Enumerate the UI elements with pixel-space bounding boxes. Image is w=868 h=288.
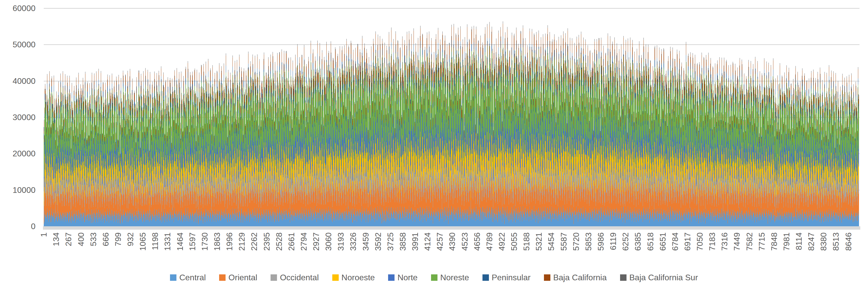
x-axis-tick-label: 3060	[324, 232, 333, 251]
x-axis-tick-label: 8114	[795, 232, 803, 250]
x-axis-tick-label: 3858	[398, 232, 407, 251]
legend-swatch-icon	[271, 275, 277, 281]
stacked-area-series	[44, 8, 859, 226]
x-axis-tick-label: 7715	[757, 232, 766, 251]
x-axis-tick-label: 6651	[658, 232, 667, 251]
legend-label: Norte	[397, 273, 417, 282]
y-axis-tick-label: 10000	[0, 186, 35, 194]
legend-item: Peninsular	[483, 273, 531, 282]
x-axis-tick-label: 8513	[832, 232, 840, 251]
x-axis-tick-label: 5587	[559, 232, 568, 251]
x-axis-tick-label: 2262	[250, 232, 258, 251]
x-axis-tick-label: 1730	[200, 232, 209, 251]
x-axis-tick-label: 4789	[485, 232, 494, 251]
legend-item: Oriental	[219, 273, 257, 282]
x-axis-tick-label: 4922	[497, 232, 506, 251]
x-axis-tick-label: 1065	[138, 232, 147, 251]
x-axis-tick-label: 5055	[510, 232, 519, 251]
x-axis-tick-band	[43, 226, 860, 230]
legend-label: Baja California	[553, 273, 607, 282]
legend-swatch-icon	[219, 275, 225, 281]
x-axis-tick-label: 1996	[225, 232, 234, 251]
legend-label: Peninsular	[492, 273, 531, 282]
x-axis-tick-label: 7848	[770, 232, 778, 251]
x-axis-tick-label: 8380	[819, 232, 828, 251]
x-axis-tick-label: 1	[39, 232, 48, 237]
legend-label: Noroeste	[342, 273, 375, 282]
x-axis-tick-label: 4656	[473, 232, 482, 251]
x-axis-tick-label: 3326	[349, 232, 358, 251]
x-axis-tick-label: 6784	[671, 232, 680, 251]
x-axis-tick-label: 4523	[460, 232, 469, 251]
x-axis-tick-label: 4390	[448, 232, 457, 251]
x-axis-tick-label: 3725	[386, 232, 395, 251]
x-axis-tick-label: 2927	[312, 232, 320, 251]
legend-item: Norte	[388, 273, 417, 282]
legend-label: Baja California Sur	[629, 273, 698, 282]
x-axis-tick-label: 8646	[844, 232, 853, 251]
x-axis-tick-label: 7981	[782, 232, 791, 251]
x-axis-tick-label: 1331	[163, 232, 172, 251]
x-axis-tick-label: 3193	[336, 232, 345, 251]
x-axis-tick-label: 5986	[596, 232, 605, 251]
y-axis-tick-label: 30000	[0, 113, 35, 122]
y-axis-tick-label: 20000	[0, 149, 35, 158]
x-axis-tick-label: 267	[64, 232, 73, 246]
x-axis-tick-label: 5321	[534, 232, 543, 251]
x-axis-tick-label: 4124	[423, 232, 432, 251]
legend-label: Noreste	[440, 273, 469, 282]
legend-swatch-icon	[332, 275, 339, 281]
legend-item: Occidental	[271, 273, 319, 282]
x-axis-tick-label: 799	[114, 232, 122, 246]
legend: CentralOrientalOccidentalNoroesteNorteNo…	[0, 271, 868, 284]
x-axis-tick-label: 6385	[633, 232, 642, 251]
x-axis-tick-label: 6518	[646, 232, 655, 251]
x-axis-tick-label: 6119	[609, 232, 618, 250]
x-axis-tick-label: 4257	[435, 232, 444, 251]
x-axis-tick-label: 932	[126, 232, 135, 246]
x-axis-tick-label: 2129	[237, 232, 246, 251]
x-axis-tick-label: 1597	[188, 232, 197, 251]
x-axis-tick-label: 3592	[374, 232, 382, 251]
x-axis-tick-label: 5853	[584, 232, 593, 251]
x-axis-tick-label: 2528	[275, 232, 283, 251]
legend-swatch-icon	[483, 275, 489, 281]
x-axis-tick-label: 6252	[621, 232, 630, 251]
x-axis-tick-label: 5188	[522, 232, 531, 251]
x-axis-tick-label: 7449	[733, 232, 741, 251]
legend-swatch-icon	[431, 275, 437, 281]
x-axis-tick-label: 5454	[547, 232, 556, 251]
y-axis-tick-label: 40000	[0, 76, 35, 85]
x-axis-tick-label: 2395	[262, 232, 271, 251]
legend-item: Noreste	[431, 273, 469, 282]
x-axis-tick-label: 1198	[151, 232, 159, 250]
y-axis-tick-label: 0	[0, 222, 35, 231]
stacked-area-chart: 0100002000030000400005000060000 11342674…	[0, 0, 868, 288]
legend-swatch-icon	[388, 275, 395, 281]
x-axis-tick-label: 666	[101, 232, 110, 246]
legend-swatch-icon	[620, 275, 626, 281]
x-axis-tick-label: 7316	[720, 232, 729, 251]
x-axis-tick-label: 3991	[411, 232, 420, 251]
legend-item: Baja California Sur	[620, 273, 698, 282]
legend-item: Noroeste	[332, 273, 375, 282]
x-axis-tick-label: 1863	[213, 232, 221, 251]
x-axis-tick-label: 6917	[683, 232, 692, 251]
y-axis-tick-label: 50000	[0, 40, 35, 49]
x-axis-tick-label: 1464	[176, 232, 184, 251]
x-axis-tick-label: 3459	[361, 232, 370, 251]
x-axis-tick-label: 2661	[287, 232, 296, 251]
x-axis-tick-label: 2794	[299, 232, 308, 251]
x-axis-tick-label: 7183	[708, 232, 716, 251]
x-axis-tick-label: 134	[52, 232, 60, 246]
x-axis-tick-label: 533	[89, 232, 98, 246]
legend-label: Central	[179, 273, 206, 282]
legend-swatch-icon	[544, 275, 550, 281]
legend-item: Baja California	[544, 273, 607, 282]
y-axis-tick-label: 60000	[0, 4, 35, 12]
legend-label: Oriental	[228, 273, 257, 282]
x-axis-tick-label: 400	[76, 232, 85, 246]
x-axis-tick-label: 8247	[807, 232, 815, 251]
x-axis-tick-label: 5720	[572, 232, 581, 251]
legend-swatch-icon	[170, 275, 177, 281]
